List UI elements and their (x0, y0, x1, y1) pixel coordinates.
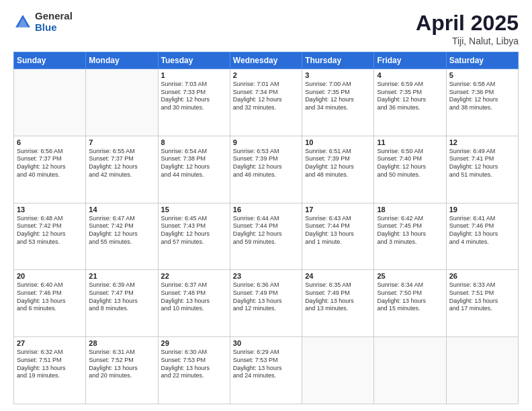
calendar-cell (14, 69, 86, 136)
page: General Blue April 2025 Tiji, Nalut, Lib… (0, 0, 532, 411)
day-number: 12 (449, 138, 515, 146)
day-number: 20 (17, 272, 83, 280)
day-info: Sunrise: 6:29 AM Sunset: 7:53 PM Dayligh… (233, 349, 299, 380)
calendar-cell: 13Sunrise: 6:48 AM Sunset: 7:42 PM Dayli… (14, 203, 86, 270)
calendar-week-row: 1Sunrise: 7:03 AM Sunset: 7:33 PM Daylig… (14, 69, 519, 136)
calendar-week-row: 20Sunrise: 6:40 AM Sunset: 7:46 PM Dayli… (14, 270, 519, 337)
day-number: 21 (89, 272, 154, 280)
calendar-header-saturday: Saturday (446, 52, 518, 69)
calendar-cell: 18Sunrise: 6:42 AM Sunset: 7:45 PM Dayli… (374, 203, 446, 270)
calendar-header-friday: Friday (374, 52, 446, 69)
calendar-cell: 11Sunrise: 6:50 AM Sunset: 7:40 PM Dayli… (374, 136, 446, 203)
day-number: 26 (449, 272, 515, 280)
day-info: Sunrise: 6:36 AM Sunset: 7:49 PM Dayligh… (233, 281, 299, 313)
day-info: Sunrise: 6:45 AM Sunset: 7:43 PM Dayligh… (161, 215, 227, 246)
day-info: Sunrise: 6:41 AM Sunset: 7:46 PM Dayligh… (449, 215, 515, 246)
title-month: April 2025 (416, 11, 519, 36)
day-number: 1 (161, 71, 227, 79)
calendar-header-row: SundayMondayTuesdayWednesdayThursdayFrid… (14, 52, 519, 69)
day-info: Sunrise: 6:43 AM Sunset: 7:44 PM Dayligh… (305, 215, 371, 246)
calendar-header-wednesday: Wednesday (230, 52, 302, 69)
day-info: Sunrise: 7:00 AM Sunset: 7:35 PM Dayligh… (305, 81, 371, 112)
day-number: 22 (161, 272, 227, 280)
day-number: 3 (305, 71, 371, 79)
day-info: Sunrise: 6:39 AM Sunset: 7:47 PM Dayligh… (89, 281, 154, 313)
calendar-cell: 28Sunrise: 6:31 AM Sunset: 7:52 PM Dayli… (86, 337, 158, 404)
calendar-cell: 26Sunrise: 6:33 AM Sunset: 7:51 PM Dayli… (446, 270, 518, 337)
calendar-table: SundayMondayTuesdayWednesdayThursdayFrid… (13, 52, 519, 404)
calendar-cell (302, 337, 374, 404)
logo-general: General (35, 11, 73, 22)
logo: General Blue (13, 11, 73, 33)
calendar-header-monday: Monday (86, 52, 158, 69)
calendar-cell: 14Sunrise: 6:47 AM Sunset: 7:42 PM Dayli… (86, 203, 158, 270)
day-number: 6 (17, 138, 83, 146)
calendar-week-row: 13Sunrise: 6:48 AM Sunset: 7:42 PM Dayli… (14, 203, 519, 270)
calendar-cell: 16Sunrise: 6:44 AM Sunset: 7:44 PM Dayli… (230, 203, 302, 270)
calendar-cell: 1Sunrise: 7:03 AM Sunset: 7:33 PM Daylig… (158, 69, 230, 136)
title-block: April 2025 Tiji, Nalut, Libya (416, 11, 519, 46)
day-info: Sunrise: 6:56 AM Sunset: 7:37 PM Dayligh… (17, 148, 83, 179)
calendar-cell: 25Sunrise: 6:34 AM Sunset: 7:50 PM Dayli… (374, 270, 446, 337)
day-info: Sunrise: 6:42 AM Sunset: 7:45 PM Dayligh… (377, 215, 443, 246)
calendar-cell: 21Sunrise: 6:39 AM Sunset: 7:47 PM Dayli… (86, 270, 158, 337)
calendar-cell: 3Sunrise: 7:00 AM Sunset: 7:35 PM Daylig… (302, 69, 374, 136)
day-number: 17 (305, 205, 371, 214)
day-info: Sunrise: 6:44 AM Sunset: 7:44 PM Dayligh… (233, 215, 299, 246)
day-info: Sunrise: 6:32 AM Sunset: 7:51 PM Dayligh… (17, 349, 83, 380)
day-number: 29 (161, 339, 227, 347)
day-number: 11 (377, 138, 443, 146)
day-info: Sunrise: 6:55 AM Sunset: 7:37 PM Dayligh… (89, 148, 154, 179)
day-info: Sunrise: 6:31 AM Sunset: 7:52 PM Dayligh… (89, 349, 154, 380)
day-info: Sunrise: 6:49 AM Sunset: 7:41 PM Dayligh… (449, 148, 515, 179)
calendar-week-row: 27Sunrise: 6:32 AM Sunset: 7:51 PM Dayli… (14, 337, 519, 404)
day-number: 8 (161, 138, 227, 146)
calendar-header-thursday: Thursday (302, 52, 374, 69)
calendar-cell: 27Sunrise: 6:32 AM Sunset: 7:51 PM Dayli… (14, 337, 86, 404)
day-number: 7 (89, 138, 154, 146)
calendar-cell (86, 69, 158, 136)
calendar-cell: 12Sunrise: 6:49 AM Sunset: 7:41 PM Dayli… (446, 136, 518, 203)
calendar-cell: 30Sunrise: 6:29 AM Sunset: 7:53 PM Dayli… (230, 337, 302, 404)
day-info: Sunrise: 6:50 AM Sunset: 7:40 PM Dayligh… (377, 148, 443, 179)
calendar-cell: 20Sunrise: 6:40 AM Sunset: 7:46 PM Dayli… (14, 270, 86, 337)
logo-text: General Blue (35, 11, 73, 33)
calendar-cell (374, 337, 446, 404)
calendar-cell: 7Sunrise: 6:55 AM Sunset: 7:37 PM Daylig… (86, 136, 158, 203)
day-number: 9 (233, 138, 299, 146)
calendar-cell (446, 337, 518, 404)
calendar-cell: 2Sunrise: 7:01 AM Sunset: 7:34 PM Daylig… (230, 69, 302, 136)
day-number: 13 (17, 205, 83, 214)
calendar-cell: 10Sunrise: 6:51 AM Sunset: 7:39 PM Dayli… (302, 136, 374, 203)
day-info: Sunrise: 6:58 AM Sunset: 7:36 PM Dayligh… (449, 81, 515, 112)
logo-icon (13, 13, 32, 32)
day-number: 27 (17, 339, 83, 347)
day-info: Sunrise: 6:51 AM Sunset: 7:39 PM Dayligh… (305, 148, 371, 179)
day-info: Sunrise: 6:40 AM Sunset: 7:46 PM Dayligh… (17, 281, 83, 313)
day-info: Sunrise: 6:30 AM Sunset: 7:53 PM Dayligh… (161, 349, 227, 380)
day-info: Sunrise: 6:54 AM Sunset: 7:38 PM Dayligh… (161, 148, 227, 179)
day-number: 24 (305, 272, 371, 280)
calendar-week-row: 6Sunrise: 6:56 AM Sunset: 7:37 PM Daylig… (14, 136, 519, 203)
day-info: Sunrise: 6:35 AM Sunset: 7:49 PM Dayligh… (305, 281, 371, 313)
day-number: 16 (233, 205, 299, 214)
calendar-header-sunday: Sunday (14, 52, 86, 69)
day-number: 19 (449, 205, 515, 214)
day-number: 18 (377, 205, 443, 214)
day-info: Sunrise: 6:33 AM Sunset: 7:51 PM Dayligh… (449, 281, 515, 313)
calendar-cell: 4Sunrise: 6:59 AM Sunset: 7:35 PM Daylig… (374, 69, 446, 136)
day-number: 10 (305, 138, 371, 146)
calendar-cell: 29Sunrise: 6:30 AM Sunset: 7:53 PM Dayli… (158, 337, 230, 404)
calendar-cell: 17Sunrise: 6:43 AM Sunset: 7:44 PM Dayli… (302, 203, 374, 270)
day-info: Sunrise: 6:34 AM Sunset: 7:50 PM Dayligh… (377, 281, 443, 313)
day-number: 15 (161, 205, 227, 214)
calendar-cell: 24Sunrise: 6:35 AM Sunset: 7:49 PM Dayli… (302, 270, 374, 337)
calendar-cell: 8Sunrise: 6:54 AM Sunset: 7:38 PM Daylig… (158, 136, 230, 203)
calendar-cell: 5Sunrise: 6:58 AM Sunset: 7:36 PM Daylig… (446, 69, 518, 136)
logo-blue: Blue (35, 22, 73, 34)
header: General Blue April 2025 Tiji, Nalut, Lib… (13, 11, 519, 46)
day-info: Sunrise: 6:59 AM Sunset: 7:35 PM Dayligh… (377, 81, 443, 112)
day-number: 14 (89, 205, 154, 214)
day-info: Sunrise: 7:03 AM Sunset: 7:33 PM Dayligh… (161, 81, 227, 112)
calendar-cell: 9Sunrise: 6:53 AM Sunset: 7:39 PM Daylig… (230, 136, 302, 203)
